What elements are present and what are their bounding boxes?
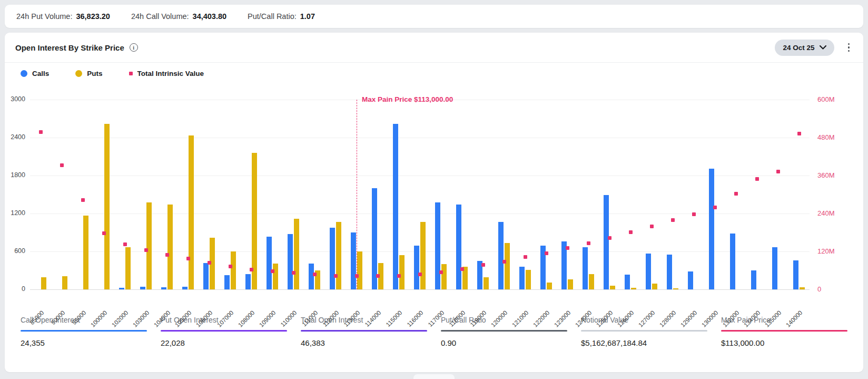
intrinsic-value-point[interactable] xyxy=(692,212,696,216)
intrinsic-value-point[interactable] xyxy=(229,265,232,268)
put-bar[interactable] xyxy=(336,222,341,289)
put-bar[interactable] xyxy=(631,288,636,289)
call-bar[interactable] xyxy=(182,287,188,289)
call-bar[interactable] xyxy=(688,271,693,289)
call-bar[interactable] xyxy=(772,247,777,289)
put-bar[interactable] xyxy=(104,124,110,289)
intrinsic-value-point[interactable] xyxy=(460,267,464,271)
intrinsic-value-point[interactable] xyxy=(123,242,127,246)
call-bar[interactable] xyxy=(224,275,230,289)
call-bar[interactable] xyxy=(625,275,630,289)
intrinsic-value-point[interactable] xyxy=(250,268,253,271)
intrinsic-value-point[interactable] xyxy=(102,231,106,235)
intrinsic-value-point[interactable] xyxy=(608,236,611,240)
put-bar[interactable] xyxy=(62,276,67,289)
intrinsic-value-point[interactable] xyxy=(650,225,654,228)
call-bar[interactable] xyxy=(646,254,651,289)
call-bar[interactable] xyxy=(267,237,272,289)
info-icon[interactable]: i xyxy=(130,43,138,52)
intrinsic-value-point[interactable] xyxy=(566,246,569,250)
intrinsic-value-point[interactable] xyxy=(39,130,43,134)
chart-area: 00600120M1200240M1800360M2400480M3000600… xyxy=(5,84,863,313)
intrinsic-value-point[interactable] xyxy=(755,177,759,181)
intrinsic-value-point[interactable] xyxy=(734,192,738,196)
call-bar[interactable] xyxy=(330,228,335,289)
call-bar[interactable] xyxy=(393,124,398,289)
intrinsic-value-point[interactable] xyxy=(629,230,633,234)
call-bar[interactable] xyxy=(667,255,672,289)
call-bar[interactable] xyxy=(119,288,124,289)
intrinsic-value-point[interactable] xyxy=(439,270,443,274)
put-bar[interactable] xyxy=(167,205,173,289)
intrinsic-value-point[interactable] xyxy=(776,170,780,173)
call-bar[interactable] xyxy=(309,264,314,289)
put-bar[interactable] xyxy=(357,251,362,289)
put-bar[interactable] xyxy=(189,135,194,289)
expiry-date-selector[interactable]: 24 Oct 25 xyxy=(775,40,834,56)
put-bar[interactable] xyxy=(526,270,531,289)
more-options-menu-icon[interactable] xyxy=(845,41,853,54)
intrinsic-value-point[interactable] xyxy=(587,241,590,245)
legend-item-calls[interactable]: Calls xyxy=(21,70,49,77)
put-bar[interactable] xyxy=(568,279,573,289)
put-bar[interactable] xyxy=(399,255,405,289)
intrinsic-value-point[interactable] xyxy=(165,253,169,257)
intrinsic-value-point[interactable] xyxy=(797,132,801,135)
call-bar[interactable] xyxy=(519,267,525,289)
call-bar[interactable] xyxy=(793,260,798,289)
put-bar[interactable] xyxy=(231,251,236,289)
call-bar[interactable] xyxy=(730,234,735,289)
intrinsic-value-point[interactable] xyxy=(81,198,85,202)
intrinsic-value-point[interactable] xyxy=(545,251,548,255)
intrinsic-value-point[interactable] xyxy=(271,269,274,273)
intrinsic-value-point[interactable] xyxy=(481,263,485,267)
intrinsic-value-point[interactable] xyxy=(418,273,422,276)
put-bar[interactable] xyxy=(273,264,278,289)
put-bar[interactable] xyxy=(800,287,805,289)
call-bar[interactable] xyxy=(583,247,588,289)
put-bar[interactable] xyxy=(610,286,615,289)
call-bar[interactable] xyxy=(288,234,293,289)
put-bar[interactable] xyxy=(547,283,552,289)
intrinsic-value-point[interactable] xyxy=(208,261,211,265)
intrinsic-value-point[interactable] xyxy=(671,218,675,222)
put-bar[interactable] xyxy=(673,288,678,289)
put-bar[interactable] xyxy=(441,264,447,289)
right-axis-tick-label: 120M xyxy=(817,247,835,255)
put-bar[interactable] xyxy=(505,243,510,289)
call-bar[interactable] xyxy=(435,202,440,289)
call-bar[interactable] xyxy=(161,287,166,289)
legend-item-intrinsic-value[interactable]: Total Intrinsic Value xyxy=(129,70,204,77)
call-bar[interactable] xyxy=(245,274,251,289)
put-bar[interactable] xyxy=(41,277,46,289)
intrinsic-value-point[interactable] xyxy=(524,255,527,259)
call-bar[interactable] xyxy=(351,232,356,289)
call-bar[interactable] xyxy=(709,169,714,289)
put-bar[interactable] xyxy=(146,202,152,289)
intrinsic-value-point[interactable] xyxy=(502,260,506,264)
intrinsic-value-point[interactable] xyxy=(397,274,401,278)
intrinsic-value-point[interactable] xyxy=(376,274,380,278)
put-bar[interactable] xyxy=(125,247,131,289)
intrinsic-value-point[interactable] xyxy=(313,273,317,276)
call-bar[interactable] xyxy=(751,270,756,289)
legend-item-puts[interactable]: Puts xyxy=(75,70,102,77)
put-bar[interactable] xyxy=(484,277,489,289)
intrinsic-value-point[interactable] xyxy=(144,248,148,252)
call-bar[interactable] xyxy=(203,263,209,289)
call-bar[interactable] xyxy=(498,222,504,289)
call-bar[interactable] xyxy=(414,246,419,289)
intrinsic-value-point[interactable] xyxy=(60,163,64,167)
intrinsic-value-point[interactable] xyxy=(334,274,338,278)
put-bar[interactable] xyxy=(294,219,299,289)
call-bar[interactable] xyxy=(604,195,609,289)
intrinsic-value-point[interactable] xyxy=(713,206,717,209)
call-bar[interactable] xyxy=(140,287,145,289)
put-bar[interactable] xyxy=(589,274,594,289)
intrinsic-value-point[interactable] xyxy=(186,257,190,260)
call-bar[interactable] xyxy=(456,205,461,289)
put-bar[interactable] xyxy=(83,216,88,289)
put-bar[interactable] xyxy=(652,284,657,289)
put-bar[interactable] xyxy=(420,222,426,289)
intrinsic-value-point[interactable] xyxy=(292,271,295,275)
